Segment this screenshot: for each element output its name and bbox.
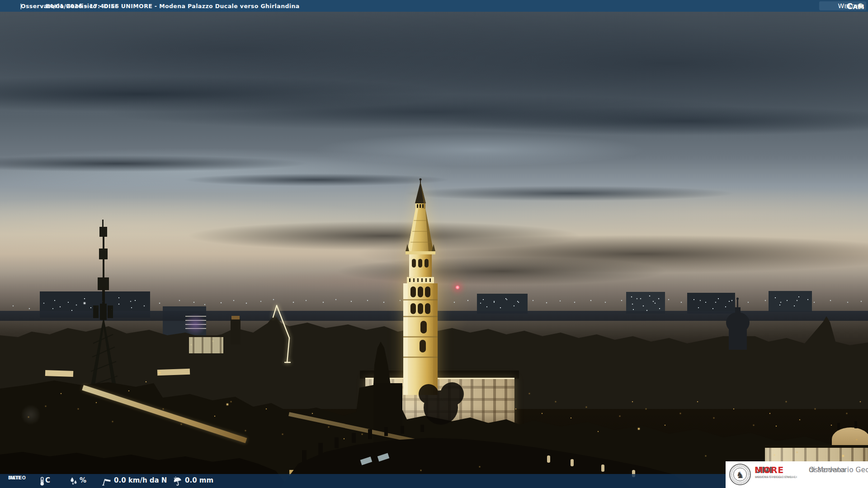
webcam-frame: 14/01/2026 - 17:40:56 | Osservatorio Geo… [0,0,868,488]
humidity-value: % [80,476,86,484]
temperature-value: C [45,476,50,484]
wind-value: 0.0 km/h da N [114,476,167,484]
rain-icon [173,476,183,486]
weathercam-logo: Weather Cam [819,1,866,10]
top-info-bar: 14/01/2026 - 17:40:56 | Osservatorio Geo… [0,0,868,12]
humidity-icon [69,476,79,486]
rooftop-silhouette-front [0,0,868,488]
temperature-unit: C [45,476,50,484]
camera-title: Osservatorio Geofisico - DIEF UNIMORE - … [21,3,300,9]
unimore-seal-icon: ♞ [728,463,752,486]
weathercam-word-cam: Cam [847,1,865,11]
rain-value: 0.0 mm [185,476,213,484]
unimore-logo-box: ♞ UNIMORE UNIVERSITÀ DEGLI STUDI DI MODE… [726,461,868,488]
svg-text:♞: ♞ [736,469,744,480]
wind-icon [101,476,111,486]
humidity-unit: % [80,476,86,484]
